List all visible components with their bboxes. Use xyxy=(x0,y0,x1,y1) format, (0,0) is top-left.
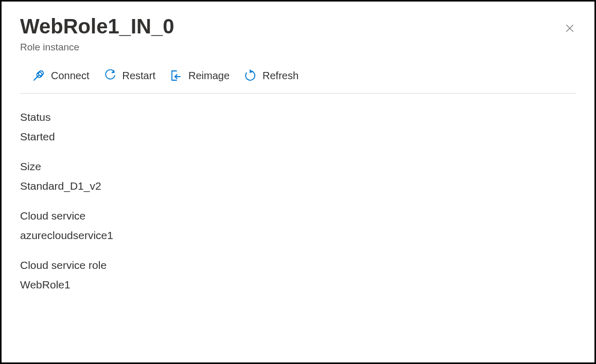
reimage-label: Reimage xyxy=(188,70,230,82)
connect-button[interactable]: Connect xyxy=(32,67,90,84)
refresh-label: Refresh xyxy=(262,70,299,82)
size-label: Size xyxy=(20,160,576,173)
page-subtitle: Role instance xyxy=(20,42,174,53)
cloud-service-role-field: Cloud service role WebRole1 xyxy=(20,259,576,291)
size-value: Standard_D1_v2 xyxy=(20,180,576,192)
page-title: WebRole1_IN_0 xyxy=(20,14,174,39)
close-icon xyxy=(565,27,575,35)
cloud-service-value: azurecloudservice1 xyxy=(20,229,576,242)
reimage-icon xyxy=(170,69,182,82)
close-button[interactable] xyxy=(560,19,579,39)
connect-label: Connect xyxy=(51,70,90,82)
status-label: Status xyxy=(20,111,576,123)
toolbar: Connect Restart Reimage xyxy=(20,67,576,94)
title-block: WebRole1_IN_0 Role instance xyxy=(20,14,174,53)
size-field: Size Standard_D1_v2 xyxy=(20,160,576,192)
status-value: Started xyxy=(20,131,576,143)
role-instance-panel: WebRole1_IN_0 Role instance xyxy=(2,2,594,310)
restart-label: Restart xyxy=(122,70,155,82)
details-section: Status Started Size Standard_D1_v2 Cloud… xyxy=(20,111,576,291)
reimage-button[interactable]: Reimage xyxy=(170,67,230,84)
cloud-service-field: Cloud service azurecloudservice1 xyxy=(20,210,576,242)
cloud-service-role-value: WebRole1 xyxy=(20,279,576,291)
restart-icon xyxy=(104,69,116,82)
connect-icon xyxy=(32,69,45,82)
refresh-icon xyxy=(244,69,256,82)
refresh-button[interactable]: Refresh xyxy=(244,67,299,84)
cloud-service-label: Cloud service xyxy=(20,210,576,222)
header-row: WebRole1_IN_0 Role instance xyxy=(20,14,576,53)
status-field: Status Started xyxy=(20,111,576,143)
cloud-service-role-label: Cloud service role xyxy=(20,259,576,271)
restart-button[interactable]: Restart xyxy=(104,67,155,84)
